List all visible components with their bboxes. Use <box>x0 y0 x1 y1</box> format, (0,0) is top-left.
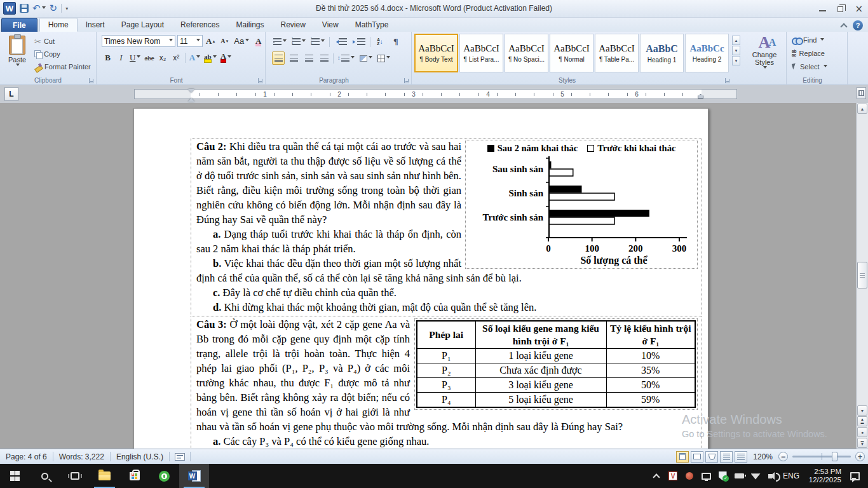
increase-indent-button[interactable] <box>351 35 367 48</box>
paste-button[interactable]: Paste <box>4 34 31 73</box>
select-button[interactable]: Select <box>790 61 829 72</box>
zoom-level[interactable]: 120% <box>749 452 776 461</box>
draft-view-button[interactable] <box>735 451 747 463</box>
horizontal-ruler[interactable]: 123456 <box>103 88 855 100</box>
scrollbar-thumb[interactable] <box>857 262 867 288</box>
styles-dialog-launcher-icon[interactable] <box>725 78 730 83</box>
replace-button[interactable]: abacReplace <box>790 48 829 59</box>
style-item-normal[interactable]: AaBbCcI¶ Normal <box>550 34 593 72</box>
find-button[interactable]: Find <box>790 34 829 46</box>
bold-button[interactable]: B <box>102 51 114 64</box>
borders-button[interactable] <box>376 51 391 65</box>
ribbon-tab-home[interactable]: Home <box>39 18 78 32</box>
minimize-button[interactable] <box>819 10 826 11</box>
gallery-more-icon[interactable]: ▼ <box>732 56 740 65</box>
cut-button[interactable]: ✂Cut <box>33 36 92 47</box>
style-item-heading-2[interactable]: AaBbCcHeading 2 <box>685 34 729 72</box>
justify-button[interactable] <box>318 51 330 65</box>
view-ruler-toggle[interactable] <box>857 87 866 99</box>
help-button[interactable]: ? <box>853 20 863 30</box>
f1-table-frame[interactable]: Phép laiSố loại kiểu gene mang kiểu hình… <box>414 318 698 410</box>
line-spacing-button[interactable]: ↕ <box>336 51 356 65</box>
network-tray-button[interactable] <box>747 464 764 488</box>
customize-qat-button[interactable]: ▾ <box>65 6 68 11</box>
scroll-down-button[interactable]: ▼ <box>857 405 867 416</box>
show-formatting-marks-button[interactable]: ¶ <box>390 35 402 48</box>
unikey-tray-button[interactable] <box>681 464 698 488</box>
zoom-slider[interactable] <box>792 456 851 458</box>
print-layout-view-button[interactable] <box>676 451 689 463</box>
proofing-status-icon[interactable] <box>175 453 185 461</box>
align-center-button[interactable] <box>287 51 300 65</box>
font-size-combobox[interactable]: 11 <box>177 35 203 47</box>
document-content[interactable]: Sau 2 năm khai thácTrước khi khai thác S… <box>191 138 702 449</box>
bullets-button[interactable] <box>272 35 288 48</box>
style-item-body-text[interactable]: AaBbCcI¶ Body Text <box>414 34 458 72</box>
ribbon-tab-references[interactable]: References <box>172 18 227 32</box>
tab-selector[interactable]: L <box>4 87 18 101</box>
microsoft-store-button[interactable] <box>119 464 149 488</box>
security-tray-button[interactable]: ✓ <box>714 464 731 488</box>
sort-button[interactable]: AZ↓ <box>374 35 386 48</box>
align-left-button[interactable] <box>272 51 285 65</box>
text-effects-button[interactable]: A <box>188 51 201 64</box>
task-view-button[interactable] <box>60 464 90 488</box>
style-item-list-para[interactable]: AaBbCcI¶ List Para... <box>459 34 503 72</box>
page-indicator[interactable]: Page: 4 of 6 <box>0 452 53 461</box>
display-tray-button[interactable] <box>698 464 714 488</box>
style-item-table-pa[interactable]: AaBbCcI¶ Table Pa... <box>595 34 639 72</box>
subscript-button[interactable]: x₂ <box>157 51 169 64</box>
underline-button[interactable]: U <box>128 51 142 64</box>
superscript-button[interactable]: x² <box>170 51 182 64</box>
word-count[interactable]: Words: 3,222 <box>53 452 110 461</box>
save-icon[interactable] <box>20 4 29 13</box>
undo-dropdown-arrow-icon[interactable] <box>42 6 46 11</box>
coccoc-browser-button[interactable] <box>149 464 179 488</box>
zoom-slider-handle[interactable] <box>832 452 837 461</box>
undo-button[interactable]: ↶ <box>32 4 46 13</box>
change-case-button[interactable]: Aa <box>233 34 250 48</box>
outline-view-button[interactable] <box>720 451 733 463</box>
start-button[interactable] <box>0 464 30 488</box>
numbering-button[interactable] <box>291 35 307 48</box>
search-button[interactable] <box>30 464 60 488</box>
font-family-combobox[interactable]: Times New Rom <box>102 35 175 47</box>
ribbon-tab-view[interactable]: View <box>314 18 347 32</box>
font-color-button[interactable]: A <box>219 51 233 64</box>
decrease-indent-button[interactable] <box>333 35 348 48</box>
word-logo-icon[interactable]: W <box>3 2 16 15</box>
clock[interactable]: 2:53 PM 12/2/2025 <box>802 468 844 485</box>
ribbon-tab-file[interactable]: File <box>1 18 37 32</box>
shrink-font-button[interactable]: A▼ <box>219 34 231 48</box>
style-item-no-spaci[interactable]: AaBbCcI¶ No Spaci... <box>505 34 548 72</box>
vertical-scrollbar[interactable]: ▲ ▼ ▲▬ ● ▬▼ <box>856 103 868 449</box>
ribbon-tab-mailings[interactable]: Mailings <box>227 18 272 32</box>
grow-font-button[interactable]: A▲ <box>205 34 217 48</box>
gallery-scroll-up-icon[interactable]: ▲ <box>732 36 740 45</box>
style-item-heading-1[interactable]: AaBbCHeading 1 <box>640 34 684 72</box>
highlight-button[interactable]: ab <box>203 51 218 64</box>
italic-button[interactable]: I <box>115 51 127 64</box>
document-page[interactable]: Sau 2 năm khai thácTrước khi khai thác S… <box>133 108 709 449</box>
hanging-indent-marker[interactable] <box>188 95 194 102</box>
web-layout-view-button[interactable] <box>705 451 718 463</box>
next-page-button[interactable]: ▬▼ <box>857 438 867 448</box>
clear-formatting-button[interactable]: A <box>252 34 264 48</box>
paste-dropdown-icon[interactable] <box>16 64 20 68</box>
previous-page-button[interactable]: ▲▬ <box>857 416 867 426</box>
input-language-button[interactable]: ENG <box>780 471 802 480</box>
font-dialog-launcher-icon[interactable] <box>258 78 263 83</box>
volume-tray-button[interactable] <box>764 464 780 488</box>
shading-button[interactable] <box>358 51 374 65</box>
redo-button[interactable]: ↻ <box>50 4 58 13</box>
hidden-icons-button[interactable] <box>648 464 665 488</box>
v-app-tray-button[interactable]: V <box>665 464 681 488</box>
battery-tray-button[interactable] <box>731 464 747 488</box>
ribbon-tab-mathtype[interactable]: MathType <box>347 18 397 32</box>
format-painter-button[interactable]: Format Painter <box>33 61 92 72</box>
full-screen-reading-button[interactable] <box>691 451 703 463</box>
word-taskbar-button[interactable]: W <box>179 464 209 488</box>
chart-frame[interactable]: Sau 2 năm khai thácTrước khi khai thác S… <box>465 140 698 269</box>
browse-object-button[interactable]: ● <box>857 427 867 437</box>
restore-button[interactable] <box>837 6 843 12</box>
